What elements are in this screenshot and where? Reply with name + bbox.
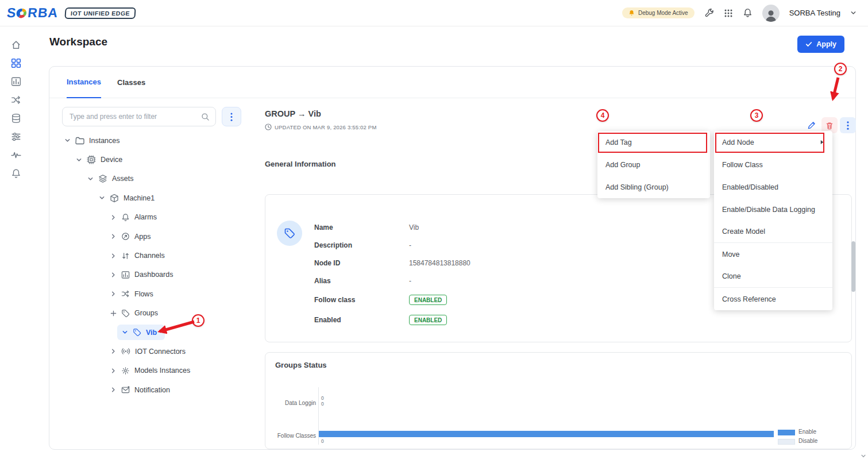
signal-waveform-icon[interactable] (10, 149, 22, 161)
settings-sliders-icon[interactable] (10, 131, 22, 142)
page-scroll-down-icon[interactable] (861, 451, 866, 461)
product-badge: IOT UNIFIED EDGE (64, 7, 136, 19)
tree-item-label: Instances (89, 137, 120, 145)
chevron-right-icon[interactable] (110, 368, 117, 374)
apps-circle-icon (121, 232, 130, 241)
tree-item-channels[interactable]: Channels (49, 246, 252, 265)
tree-item-assets[interactable]: Assets (49, 169, 252, 188)
alarm-bell-icon[interactable] (10, 168, 22, 179)
chevron-right-icon[interactable] (110, 272, 117, 278)
chevron-right-icon[interactable] (110, 214, 117, 221)
search-icon[interactable] (201, 113, 210, 121)
menu-item-add-tag[interactable]: Add Tag (597, 131, 710, 153)
follow-class-status-badge: ENABLED (409, 295, 447, 305)
tree-item-alarms[interactable]: Alarms (49, 208, 252, 227)
tree-item-models-instances[interactable]: Models Instances (49, 361, 252, 380)
up-down-arrows-icon (121, 252, 130, 260)
sorba-logo: S RBA (6, 5, 59, 21)
detail-updated-text: UPDATED ON MAR 9, 2026 3:55:02 PM (275, 124, 377, 130)
user-avatar[interactable] (762, 5, 780, 22)
kebab-menu-icon (230, 113, 233, 121)
side-icon-rail (0, 26, 32, 463)
workspace-icon[interactable] (10, 57, 22, 69)
shuffle-icon (121, 290, 130, 298)
tree-item-device[interactable]: Device (49, 150, 252, 169)
menu-item-clone[interactable]: Clone (714, 265, 832, 288)
annotation-circle-2: 2 (834, 63, 847, 75)
tree-filter-input[interactable] (70, 113, 201, 121)
tab-bar: Instances Classes (49, 67, 855, 98)
menu-item-cross-reference[interactable]: Cross Reference (714, 288, 832, 310)
tree-filter-field (62, 107, 216, 126)
menu-item-enabled-disabled[interactable]: Enabled/Disabled (714, 176, 832, 198)
user-name[interactable]: SORBA Testing (789, 9, 840, 17)
tree-options-button[interactable] (222, 107, 241, 126)
legend-label-disable: Disable (798, 438, 817, 444)
chart-value: 0 (321, 401, 324, 407)
flows-icon[interactable] (10, 94, 22, 106)
menu-item-create-model[interactable]: Create Model (714, 221, 832, 243)
chart-category-label: Follow Classes (267, 433, 316, 439)
menu-item-enable-disable-data-logging[interactable]: Enable/Disable Data Logging (714, 198, 832, 221)
chevron-right-icon[interactable] (110, 291, 117, 297)
chart-bar-enable (319, 431, 774, 437)
annotation-circle-1: 1 (192, 314, 205, 327)
vertical-scrollbar[interactable] (851, 241, 855, 292)
node-actions-menu: Add Node Follow Class Enabled/Disabled E… (714, 131, 832, 310)
database-icon[interactable] (10, 113, 22, 124)
field-label-alias: Alias (314, 277, 409, 285)
field-value-name: Vib (409, 223, 470, 232)
menu-item-move[interactable]: Move (714, 243, 832, 265)
menu-item-add-node[interactable]: Add Node (714, 131, 832, 153)
chevron-right-icon[interactable] (110, 387, 117, 393)
chevron-down-icon[interactable] (850, 10, 857, 16)
plus-icon[interactable] (110, 310, 117, 317)
tree-item-apps[interactable]: Apps (49, 227, 252, 246)
chevron-right-icon[interactable] (110, 233, 117, 240)
tree-item-flows[interactable]: Flows (49, 284, 252, 303)
chevron-right-icon[interactable] (110, 253, 117, 259)
chart-value: 0 (321, 395, 324, 401)
tree-item-instances[interactable]: Instances (49, 131, 252, 150)
brand: S RBA IOT UNIFIED EDGE (7, 5, 136, 21)
node-actions-menu-button[interactable] (840, 117, 856, 133)
pencil-icon (807, 121, 816, 130)
tree-item-groups[interactable]: Groups (49, 304, 252, 323)
chevron-down-icon[interactable] (87, 176, 94, 182)
notifications-bell-icon[interactable] (743, 8, 753, 18)
tree-item-label: Device (101, 156, 122, 164)
menu-item-add-group[interactable]: Add Group (597, 153, 710, 176)
page-title: Workspace (49, 36, 107, 48)
dashboards-icon[interactable] (10, 76, 22, 87)
tree-item-label: Notification (134, 386, 170, 394)
chevron-down-icon[interactable] (75, 157, 82, 163)
menu-item-follow-class[interactable]: Follow Class (714, 153, 832, 176)
apps-grid-icon[interactable] (724, 9, 733, 18)
field-label-description: Description (314, 241, 409, 249)
tab-classes[interactable]: Classes (117, 67, 145, 98)
home-icon[interactable] (10, 39, 22, 51)
chevron-down-icon[interactable] (64, 137, 71, 144)
tree-item-machine1[interactable]: Machine1 (49, 188, 252, 207)
enabled-status-badge: ENABLED (409, 315, 447, 325)
tree-item-vib-selected[interactable]: Vib (117, 325, 165, 340)
general-information-title: General Information (265, 160, 336, 168)
tab-instances[interactable]: Instances (67, 67, 101, 98)
tree-item-notification[interactable]: Notification (49, 380, 252, 399)
chevron-down-icon[interactable] (98, 195, 105, 201)
tree-item-label: Groups (134, 309, 158, 317)
tree-item-vib[interactable]: Vib (49, 323, 252, 342)
menu-item-add-sibling-group[interactable]: Add Sibling (Group) (597, 176, 710, 198)
menu-item-label: Add Node (722, 138, 754, 146)
tree-item-iot-connectors[interactable]: IOT Connectors (49, 342, 252, 361)
field-value-description: - (409, 241, 470, 249)
apply-button[interactable]: Apply (797, 36, 844, 53)
layers-icon (98, 174, 107, 183)
tree-item-dashboards[interactable]: Dashboards (49, 265, 252, 284)
wrench-icon[interactable] (704, 8, 714, 18)
annotation-circle-4: 4 (596, 109, 609, 122)
chevron-right-icon[interactable] (110, 348, 117, 354)
folder-icon (75, 137, 84, 145)
tree-item-label: Channels (134, 252, 165, 260)
chevron-down-icon[interactable] (121, 329, 128, 335)
